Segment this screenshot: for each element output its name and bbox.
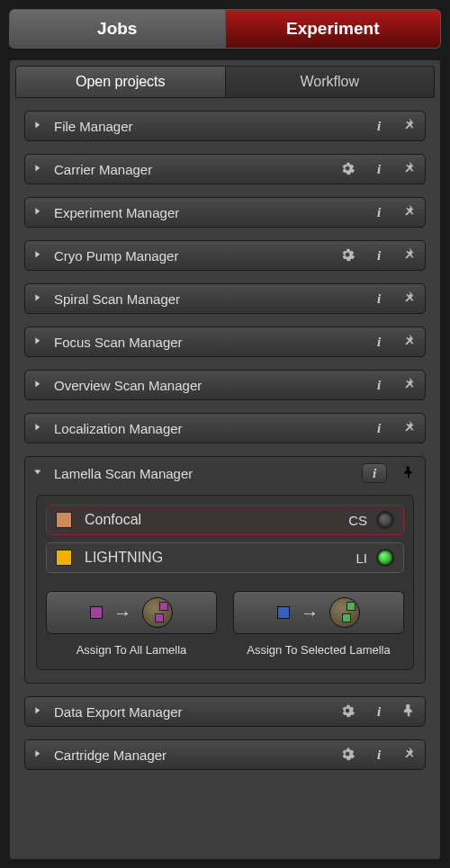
- expand-arrow-icon: [32, 748, 45, 761]
- mode-indicator[interactable]: [376, 549, 394, 567]
- assign-all-label: Assign To All Lamella: [76, 643, 187, 657]
- expand-arrow-icon: [32, 206, 45, 219]
- pin-icon[interactable]: [401, 334, 418, 350]
- panel-file[interactable]: File Manager i: [24, 111, 426, 141]
- gear-icon[interactable]: [340, 247, 356, 264]
- mode-name: Confocal: [85, 512, 348, 528]
- mode-swatch: [56, 512, 72, 528]
- mode-name: LIGHTNING: [85, 550, 356, 566]
- panel-title: Overview Scan Manager: [54, 378, 371, 393]
- expand-arrow-icon: [32, 379, 45, 391]
- expand-arrow-icon: [32, 705, 45, 718]
- sub-tabs: Open projects Workflow: [15, 66, 435, 98]
- pin-icon[interactable]: [401, 420, 418, 436]
- panel-title: Spiral Scan Manager: [54, 291, 371, 307]
- expand-arrow-icon: [32, 120, 45, 132]
- panel-overview[interactable]: Overview Scan Manager i: [24, 370, 426, 400]
- tab-jobs[interactable]: Jobs: [9, 9, 226, 49]
- panel-cryopump[interactable]: Cryo Pump Manager i: [24, 240, 426, 271]
- gear-icon[interactable]: [340, 747, 356, 763]
- pin-icon[interactable]: [401, 204, 418, 220]
- gear-icon[interactable]: [340, 161, 356, 177]
- mode-list: Confocal CS LIGHTNING LI: [46, 505, 404, 573]
- panel-dataexport[interactable]: Data Export Manager i: [24, 696, 426, 727]
- collapse-arrow-icon: [32, 467, 45, 479]
- tab-open-projects[interactable]: Open projects: [15, 66, 226, 98]
- expand-arrow-icon: [32, 249, 45, 262]
- panel-title: Cryo Pump Manager: [54, 248, 340, 264]
- mode-abbr: LI: [356, 550, 367, 566]
- panel-title: Focus Scan Manager: [54, 335, 371, 350]
- panel-carrier[interactable]: Carrier Manager i: [24, 154, 426, 184]
- expand-arrow-icon: [32, 336, 45, 348]
- info-icon[interactable]: i: [371, 420, 387, 436]
- pin-icon[interactable]: [401, 703, 418, 720]
- panel-title: File Manager: [54, 119, 371, 134]
- tab-experiment[interactable]: Experiment: [226, 9, 442, 49]
- info-icon[interactable]: i: [371, 204, 387, 220]
- info-icon[interactable]: i: [371, 118, 387, 134]
- lamella-inner: Confocal CS LIGHTNING LI → Assign To All…: [36, 495, 414, 670]
- pin-icon[interactable]: [401, 161, 418, 177]
- expand-arrow-icon: [32, 292, 45, 305]
- arrow-right-icon: →: [301, 603, 319, 623]
- info-icon[interactable]: i: [371, 747, 387, 763]
- panel-title: Data Export Manager: [54, 704, 340, 720]
- gear-icon[interactable]: [340, 703, 356, 720]
- source-swatch-icon: [277, 606, 290, 619]
- pin-icon[interactable]: [401, 377, 418, 393]
- mode-swatch: [56, 550, 72, 566]
- top-tabs: Jobs Experiment: [0, 0, 450, 49]
- mode-confocal[interactable]: Confocal CS: [46, 505, 404, 535]
- panel-title: Cartridge Manager: [54, 747, 340, 763]
- pin-icon[interactable]: [401, 465, 418, 481]
- panel-lamella-expanded: Lamella Scan Manager i Confocal CS LIGHT…: [24, 456, 426, 684]
- expand-arrow-icon: [32, 422, 45, 434]
- panel-title: Localization Manager: [54, 421, 371, 436]
- info-icon[interactable]: i: [362, 463, 387, 483]
- panel-title: Experiment Manager: [54, 205, 371, 220]
- panel-list: File Manager i Carrier Manager i Experim…: [15, 111, 435, 770]
- carrier-disc-icon: [142, 597, 173, 628]
- expand-arrow-icon: [32, 163, 45, 175]
- workflow-content: Open projects Workflow File Manager i Ca…: [9, 59, 441, 860]
- panel-title: Carrier Manager: [54, 162, 340, 177]
- panel-localization[interactable]: Localization Manager i: [24, 413, 426, 443]
- pin-icon[interactable]: [401, 747, 418, 763]
- mode-indicator[interactable]: [376, 511, 394, 529]
- carrier-disc-icon: [329, 597, 360, 628]
- panel-experiment[interactable]: Experiment Manager i: [24, 197, 426, 228]
- mode-abbr: CS: [348, 513, 367, 528]
- panel-title: Lamella Scan Manager: [54, 466, 362, 481]
- mode-lightning[interactable]: LIGHTNING LI: [46, 542, 404, 573]
- pin-icon[interactable]: [401, 118, 418, 134]
- panel-cartridge[interactable]: Cartridge Manager i: [24, 739, 426, 770]
- pin-icon[interactable]: [401, 247, 418, 264]
- pin-icon[interactable]: [401, 291, 418, 307]
- panel-focus[interactable]: Focus Scan Manager i: [24, 327, 426, 357]
- info-icon[interactable]: i: [371, 377, 387, 393]
- info-icon[interactable]: i: [371, 334, 387, 350]
- source-swatch-icon: [90, 606, 103, 619]
- info-icon[interactable]: i: [371, 291, 387, 307]
- assign-selected-label: Assign To Selected Lamella: [247, 643, 390, 657]
- arrow-right-icon: →: [113, 603, 131, 623]
- assign-row: → Assign To All Lamella → Assign To Sele…: [46, 591, 404, 657]
- info-icon[interactable]: i: [371, 161, 387, 177]
- info-icon[interactable]: i: [371, 703, 387, 720]
- info-icon[interactable]: i: [371, 247, 387, 264]
- assign-all-button[interactable]: →: [46, 591, 217, 634]
- assign-selected-button[interactable]: →: [233, 591, 404, 634]
- panel-spiral[interactable]: Spiral Scan Manager i: [24, 283, 426, 314]
- panel-lamella[interactable]: Lamella Scan Manager i: [25, 457, 425, 489]
- tab-workflow[interactable]: Workflow: [226, 66, 436, 98]
